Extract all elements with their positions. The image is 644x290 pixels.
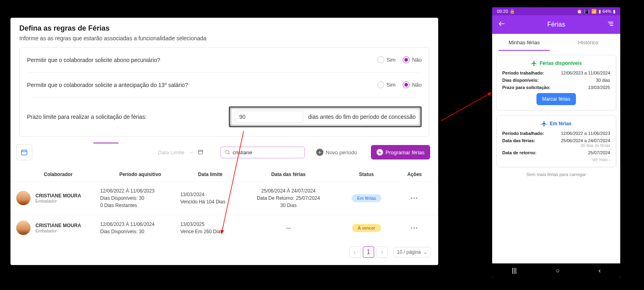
- table-row: CRISTIANE MOURA Embalador 12/06/2023 À 1…: [10, 215, 438, 241]
- kv-retorno-value: 25/07/2024: [588, 150, 610, 155]
- plus-icon: +: [377, 149, 383, 155]
- rule-abono-label: Permitir que o colaborador solicite abon…: [27, 57, 160, 63]
- kv-periodo-value: 12/06/2022 a 11/06/2023: [561, 131, 610, 136]
- page-size-label: 10 / página: [397, 249, 421, 255]
- status-badge: Em férias: [352, 194, 381, 202]
- th-periodo: Período aquisitivo: [100, 172, 180, 177]
- kv-prazo-value: 13/03/2025: [588, 85, 610, 90]
- page-next-button[interactable]: ›: [377, 246, 388, 258]
- search-field-wrap[interactable]: [220, 147, 305, 158]
- radio-label-nao: Não: [412, 82, 422, 88]
- calendar-icon: [21, 149, 28, 156]
- calendar-icon: [198, 149, 203, 156]
- radio-label-nao: Não: [412, 57, 422, 63]
- new-period-label: Novo período: [326, 149, 357, 155]
- kv-dias-value: 30 dias: [596, 78, 610, 83]
- kv-dias-label: Dias disponíveis:: [502, 78, 538, 83]
- status-time: 09:20: [497, 9, 508, 14]
- periodo-range: 12/06/2023 À 11/06/2024: [100, 221, 180, 228]
- ferias-range: —: [240, 224, 337, 232]
- sort-icon: [607, 20, 615, 28]
- plane-icon: [531, 60, 537, 66]
- deadline-input[interactable]: [235, 111, 303, 123]
- wifi-icon: 📶: [591, 9, 597, 14]
- rule-abono-yes[interactable]: Sim: [377, 56, 396, 63]
- avatar: [16, 191, 31, 205]
- ver-mais-button[interactable]: Ver mais›: [502, 157, 610, 162]
- kv-retorno-label: Data de retorno:: [502, 150, 536, 155]
- rule-13-no[interactable]: Não: [403, 81, 422, 88]
- colab-role: Embalador: [35, 199, 81, 203]
- rules-title: Defina as regras de Férias: [19, 24, 429, 33]
- appbar-title: Férias: [547, 21, 565, 28]
- chevron-down-icon: ⌄: [423, 249, 427, 255]
- row-actions-button[interactable]: •••: [397, 195, 433, 201]
- page-number-button[interactable]: 1: [363, 246, 374, 258]
- battery-text: 64%: [603, 9, 611, 14]
- no-more-label: Sem mais férias para carregar: [496, 172, 616, 177]
- kv-periodo-value: 12/06/2023 a 11/06/2024: [561, 70, 610, 75]
- limite-date: 13/03/2024: [180, 191, 240, 198]
- alarm-icon: ⏰: [577, 9, 582, 14]
- kv-ferias-sub: 30 dias de férias: [581, 143, 610, 148]
- plus-icon: +: [316, 149, 323, 156]
- tab-active-underline: [93, 143, 118, 143]
- marcar-ferias-button[interactable]: Marcar férias: [536, 93, 576, 105]
- nav-home-icon[interactable]: ○: [556, 267, 560, 274]
- kv-prazo-label: Prazo para solicitação:: [502, 85, 551, 90]
- th-colaborador: Colaborador: [16, 172, 100, 177]
- calendar-view-button[interactable]: [16, 144, 32, 160]
- program-vacation-button[interactable]: + Programar férias: [371, 145, 430, 160]
- back-button[interactable]: [498, 20, 506, 29]
- ferias-dias: 30 Dias: [240, 202, 337, 209]
- rules-subtitle: Informe as as regras que estarão associa…: [19, 35, 429, 41]
- menu-button[interactable]: [607, 20, 615, 29]
- date-range-filter[interactable]: Data Limite →: [158, 149, 203, 156]
- colab-name: CRISTIANE MOURA: [35, 223, 81, 228]
- table-row: CRISTIANE MOURA Embalador 12/06/2022 À 1…: [10, 181, 438, 215]
- android-status-bar: 09:20 🔒 ⏰ 📳 📶 ▮ 64% ▮: [492, 7, 620, 15]
- status-badge: À vencer: [352, 224, 381, 232]
- row-actions-button[interactable]: •••: [397, 225, 433, 231]
- radio-label-sim: Sim: [387, 82, 396, 88]
- tab-historico[interactable]: Histórico: [556, 34, 620, 51]
- nav-recent-icon[interactable]: |||: [511, 267, 516, 274]
- deadline-suffix: dias antes do fim do período de concessã…: [308, 114, 416, 120]
- plane-icon: [541, 120, 547, 127]
- date-range-arrow: →: [188, 149, 194, 155]
- kv-ferias-value: 25/06/2024 a 24/07/2024: [561, 138, 610, 143]
- page-prev-button[interactable]: ‹: [349, 246, 360, 258]
- svg-line-7: [228, 153, 230, 154]
- ferias-retorno: Data De Retorno: 25/07/2024: [240, 195, 337, 202]
- limite-status: Vence Em 260 Dias: [180, 228, 240, 235]
- card-title-disponiveis: Férias disponíveis: [502, 60, 610, 66]
- rule-13-label: Permitir que o colaborador solicite a an…: [27, 82, 188, 88]
- kv-periodo-label: Período trabalhado:: [502, 70, 544, 75]
- lock-icon: 🔒: [509, 9, 515, 14]
- battery-icon: ▮: [613, 9, 615, 14]
- avatar: [16, 221, 31, 235]
- page-size-select[interactable]: 10 / página⌄: [393, 247, 431, 257]
- th-acoes: Ações: [397, 172, 433, 177]
- search-input[interactable]: [233, 149, 300, 155]
- vibrate-icon: 📳: [584, 9, 590, 14]
- periodo-restantes: 0 Dias Restantes: [100, 202, 180, 209]
- search-icon: [225, 149, 230, 155]
- rule-abono-no[interactable]: Não: [403, 56, 422, 63]
- arrow-left-icon: [498, 20, 506, 28]
- new-period-button[interactable]: + Novo período: [316, 149, 357, 156]
- limite-status: Vencido Há 104 Dias: [180, 198, 240, 205]
- svg-point-6: [226, 150, 229, 153]
- periodo-dias: Dias Disponíveis: 30: [100, 195, 180, 202]
- card-title-em-ferias: Em férias: [502, 120, 610, 127]
- kv-periodo-label: Período trabalhado:: [502, 131, 544, 136]
- kv-ferias-label: Data das férias:: [502, 138, 535, 148]
- rule-13-yes[interactable]: Sim: [377, 81, 396, 88]
- svg-rect-4: [199, 150, 203, 153]
- program-vacation-label: Programar férias: [385, 149, 425, 155]
- colab-role: Embalador: [35, 228, 81, 233]
- th-ferias: Data das férias: [240, 172, 337, 177]
- tab-minhas-ferias[interactable]: Minhas férias: [492, 34, 556, 51]
- date-range-placeholder: Data Limite: [158, 149, 184, 155]
- nav-back-icon[interactable]: ‹: [598, 267, 601, 274]
